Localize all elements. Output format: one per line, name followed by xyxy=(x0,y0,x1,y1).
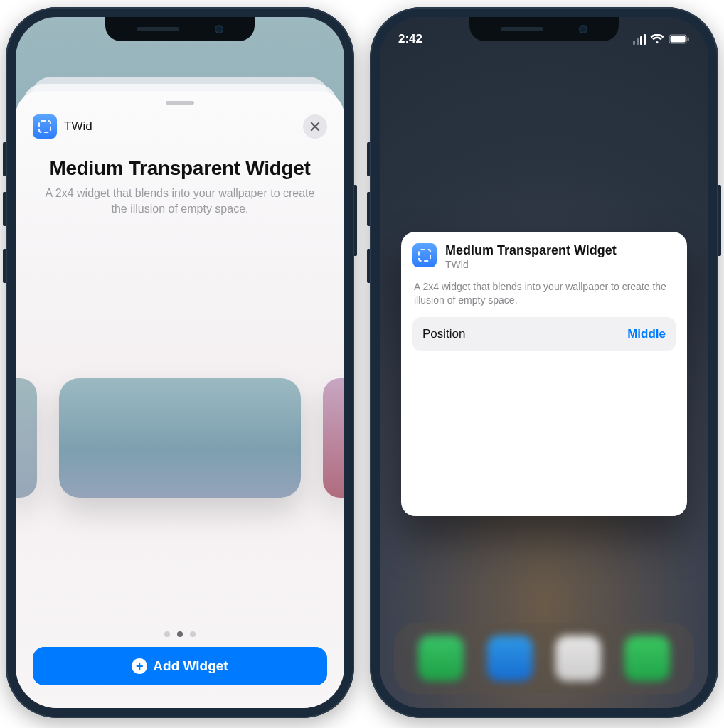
wifi-icon xyxy=(650,34,664,44)
page-indicator xyxy=(16,627,344,647)
notch xyxy=(105,17,255,41)
home-dock-blurred xyxy=(394,623,694,694)
screen-left: TWid Medium Transparent Widget A 2x4 wid… xyxy=(16,17,344,708)
carousel-next-peek[interactable] xyxy=(323,378,344,498)
add-widget-button[interactable]: + Add Widget xyxy=(33,647,327,685)
dock-app-blurred xyxy=(624,636,670,681)
config-app-name: TWid xyxy=(445,259,617,270)
app-name-label: TWid xyxy=(64,119,92,134)
widget-picker-sheet: TWid Medium Transparent Widget A 2x4 wid… xyxy=(16,91,344,708)
page-dot-active xyxy=(177,631,183,637)
config-header: Medium Transparent Widget TWid xyxy=(412,243,676,270)
title-block: Medium Transparent Widget A 2x4 widget t… xyxy=(16,139,344,220)
plus-circle-icon: + xyxy=(132,658,147,674)
position-label: Position xyxy=(422,327,465,341)
svg-rect-2 xyxy=(688,38,689,41)
phone-left: TWid Medium Transparent Widget A 2x4 wid… xyxy=(6,7,354,718)
cellular-signal-icon xyxy=(633,34,646,45)
position-row[interactable]: Position Middle xyxy=(412,317,676,351)
notch xyxy=(469,17,619,41)
sheet-grabber[interactable] xyxy=(166,101,194,105)
app-icon xyxy=(412,243,437,267)
widget-title: Medium Transparent Widget xyxy=(33,157,327,180)
carousel-prev-peek[interactable] xyxy=(16,378,37,498)
phone-right: 2:42 Medium Transparent Widget TWid A 2x… xyxy=(370,7,718,718)
config-title: Medium Transparent Widget xyxy=(445,243,617,258)
close-button[interactable] xyxy=(303,114,327,139)
app-id-row: TWid xyxy=(33,114,92,139)
page-dot xyxy=(164,631,170,637)
config-description: A 2x4 widget that blends into your wallp… xyxy=(414,280,674,307)
widget-preview-medium[interactable] xyxy=(59,378,301,498)
position-value: Middle xyxy=(627,327,666,341)
dock-app-blurred xyxy=(487,636,533,681)
screen-right: 2:42 Medium Transparent Widget TWid A 2x… xyxy=(380,17,708,708)
dock-app-blurred xyxy=(418,636,464,681)
widget-description: A 2x4 widget that blends into your wallp… xyxy=(33,186,327,216)
sheet-header: TWid xyxy=(16,114,344,139)
app-icon xyxy=(33,114,57,139)
close-icon xyxy=(310,122,320,132)
status-time: 2:42 xyxy=(398,32,422,46)
battery-icon xyxy=(669,34,690,44)
widget-config-card: Medium Transparent Widget TWid A 2x4 wid… xyxy=(401,232,687,516)
add-widget-label: Add Widget xyxy=(153,658,228,674)
dock-app-blurred xyxy=(555,636,601,681)
widget-size-carousel[interactable] xyxy=(16,249,344,627)
page-dot xyxy=(190,631,196,637)
svg-rect-1 xyxy=(671,36,686,43)
